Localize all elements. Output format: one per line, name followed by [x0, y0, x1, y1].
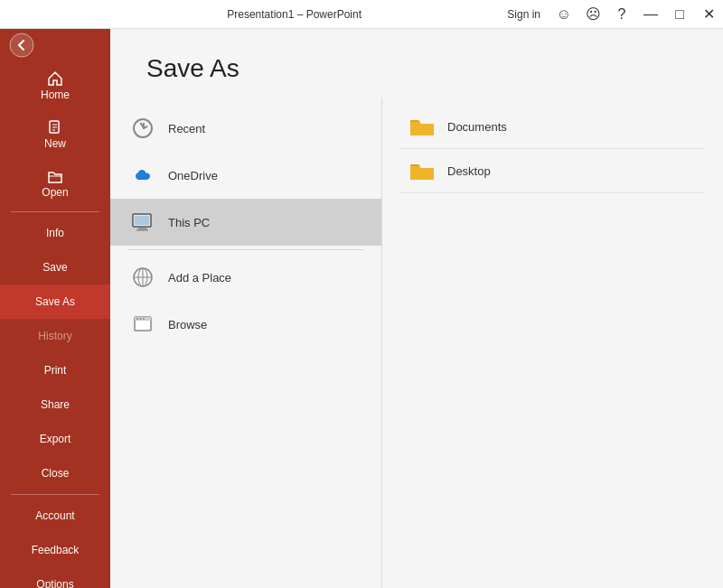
sidebar-item-close-label: Close [42, 467, 70, 480]
sidebar-item-history-label: History [38, 330, 71, 342]
sidebar-item-print-label: Print [44, 364, 67, 377]
location-add-place[interactable]: Add a Place [110, 254, 381, 301]
location-browse-label: Browse [168, 318, 207, 331]
svg-point-11 [136, 318, 138, 320]
sidebar-item-history[interactable]: History [0, 319, 110, 353]
sidebar: Home New [0, 29, 110, 588]
sad-icon[interactable]: ☹ [578, 0, 607, 29]
location-divider [128, 249, 363, 250]
folder-desktop-label: Desktop [447, 164, 491, 178]
sidebar-item-export[interactable]: Export [0, 422, 110, 456]
clock-circle [133, 118, 153, 138]
sidebar-item-save-as[interactable]: Save As [0, 285, 110, 319]
sidebar-item-feedback[interactable]: Feedback [0, 533, 110, 567]
sidebar-item-save[interactable]: Save [0, 250, 110, 285]
folders-pane: Documents Desktop [381, 98, 723, 588]
sidebar-item-close[interactable]: Close [0, 456, 110, 490]
sidebar-nav: Home New [0, 61, 110, 490]
title-bar: Presentation1 – PowerPoint Sign in ☺ ☹ ?… [0, 0, 723, 29]
folder-documents[interactable]: Documents [400, 105, 705, 149]
svg-rect-3 [135, 216, 149, 225]
sidebar-item-save-as-label: Save As [35, 295, 75, 308]
location-add-place-label: Add a Place [168, 271, 231, 285]
location-this-pc-label: This PC [168, 216, 210, 229]
back-button[interactable] [0, 33, 43, 58]
folder-desktop[interactable]: Desktop [400, 149, 705, 193]
new-icon [47, 119, 63, 135]
sidebar-divider-bottom [11, 494, 99, 495]
sidebar-item-save-label: Save [42, 261, 67, 274]
svg-point-13 [143, 318, 145, 320]
computer-icon [128, 208, 157, 237]
sidebar-item-account-label: Account [35, 509, 74, 522]
sidebar-item-home[interactable]: Home [0, 61, 110, 110]
sidebar-item-info[interactable]: Info [0, 216, 110, 250]
help-icon[interactable]: ? [607, 0, 636, 29]
clock-hand-1 [140, 123, 145, 129]
sign-in-button[interactable]: Sign in [498, 8, 549, 21]
location-onedrive-label: OneDrive [168, 169, 218, 182]
location-this-pc[interactable]: This PC [110, 199, 381, 246]
folder-desktop-icon [408, 158, 437, 183]
page-title: Save As [146, 54, 687, 83]
sidebar-item-account[interactable]: Account [0, 499, 110, 533]
sidebar-item-open[interactable]: Open [0, 159, 110, 208]
sidebar-item-options-label: Options [36, 578, 73, 588]
app-body: Home New [0, 29, 723, 588]
content-body: Recent OneDrive [110, 98, 723, 588]
location-browse[interactable]: Browse [110, 301, 381, 348]
sidebar-item-info-label: Info [46, 227, 64, 239]
window-controls: Sign in ☺ ☹ ? — □ ✕ [498, 0, 723, 29]
window-title: Presentation1 – PowerPoint [90, 8, 498, 21]
smiley-icon[interactable]: ☺ [549, 0, 578, 29]
svg-rect-4 [136, 229, 148, 231]
svg-point-12 [140, 318, 142, 320]
sidebar-item-feedback-label: Feedback [32, 544, 80, 556]
sidebar-item-new[interactable]: New [0, 110, 110, 159]
sidebar-item-open-label: Open [42, 186, 68, 199]
locations-pane: Recent OneDrive [110, 98, 381, 588]
minimize-button[interactable]: — [636, 0, 665, 29]
sidebar-item-new-label: New [44, 137, 66, 150]
sidebar-item-export-label: Export [40, 433, 71, 445]
folder-documents-label: Documents [447, 120, 507, 134]
clock-hand-2 [143, 126, 147, 129]
folder-documents-icon [408, 114, 437, 139]
location-recent-label: Recent [168, 122, 205, 135]
location-onedrive[interactable]: OneDrive [110, 152, 381, 199]
sidebar-item-options[interactable]: Options [0, 567, 110, 588]
sidebar-bottom: Account Feedback Options [0, 490, 110, 588]
add-place-icon [128, 263, 157, 292]
content-header: Save As [110, 29, 723, 98]
close-button[interactable]: ✕ [694, 0, 723, 29]
recent-icon [128, 114, 157, 143]
sidebar-item-share-label: Share [41, 398, 70, 411]
onedrive-icon [128, 161, 157, 190]
browse-icon [128, 310, 157, 339]
sidebar-item-home-label: Home [41, 89, 70, 101]
svg-point-0 [10, 33, 33, 57]
open-icon [47, 168, 63, 184]
home-icon [47, 70, 63, 87]
sidebar-item-share[interactable]: Share [0, 387, 110, 422]
sidebar-divider-top [11, 211, 99, 212]
sidebar-item-print[interactable]: Print [0, 353, 110, 387]
content-area: Save As Recent [110, 29, 723, 588]
maximize-button[interactable]: □ [665, 0, 694, 29]
location-recent[interactable]: Recent [110, 105, 381, 152]
